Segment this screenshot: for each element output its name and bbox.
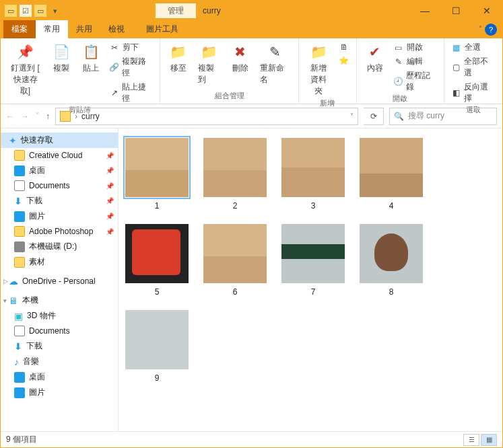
- disk-icon: [14, 241, 25, 252]
- file-thumbnail[interactable]: 8: [360, 224, 423, 297]
- sidebar-item[interactable]: ⬇下載: [1, 338, 118, 354]
- tab-picture-tools[interactable]: 圖片工具: [138, 20, 187, 38]
- address-bar[interactable]: › curry ˅: [55, 108, 358, 125]
- ribbon: 📌 釘選到 [ 快速存取] 📄 複製 📋 貼上 ✂剪下 🔗複製路徑 ↗貼上捷徑 …: [1, 38, 502, 104]
- file-name: 2: [233, 201, 238, 211]
- sidebar-item-label: 圖片: [29, 211, 45, 222]
- file-thumbnail[interactable]: 1: [125, 138, 189, 211]
- copy-to-button[interactable]: 📁複製到: [195, 41, 224, 87]
- move-to-button[interactable]: 📁移至: [166, 41, 191, 75]
- tab-home[interactable]: 常用: [36, 20, 68, 38]
- new-item-icon: 🗎: [339, 42, 349, 52]
- sidebar-item[interactable]: 圖片: [1, 385, 118, 400]
- copy-button[interactable]: 📄 複製: [48, 41, 74, 75]
- select-all-button[interactable]: ▦全選: [450, 41, 497, 54]
- file-name: 8: [389, 287, 394, 297]
- file-name: 5: [155, 287, 160, 297]
- search-icon: 🔍: [394, 112, 404, 121]
- edit-button[interactable]: ✎編輯: [392, 55, 438, 68]
- file-thumbnail[interactable]: 9: [125, 310, 189, 383]
- open-button[interactable]: ▭開啟: [392, 41, 438, 54]
- titlebar: ▭ ☑ ▭ ▾ 管理 curry — ☐ ✕: [1, 1, 502, 21]
- file-name: 9: [155, 373, 160, 383]
- invert-selection-button[interactable]: ◧反向選擇: [450, 81, 497, 105]
- maximize-button[interactable]: ☐: [440, 1, 471, 21]
- ribbon-collapse-icon[interactable]: ˄: [479, 25, 482, 32]
- expand-icon[interactable]: ▷: [3, 278, 8, 285]
- qat-dropdown-icon[interactable]: ▾: [49, 5, 61, 17]
- sidebar-item[interactable]: Documents📌: [1, 178, 118, 193]
- file-thumbnail[interactable]: 4: [360, 138, 423, 211]
- download-icon: ⬇: [14, 341, 22, 352]
- sidebar-item[interactable]: Adobe Photoshop📌: [1, 224, 118, 239]
- copy-path-button[interactable]: 🔗複製路徑: [108, 55, 154, 79]
- window-title: curry: [203, 6, 221, 15]
- forward-button[interactable]: →: [21, 112, 29, 121]
- search-box[interactable]: 🔍 搜尋 curry: [389, 108, 497, 125]
- folder-icon[interactable]: ▭: [5, 5, 17, 17]
- easy-access-button[interactable]: ⭐: [337, 54, 351, 67]
- copy-label: 複製: [53, 63, 69, 74]
- open-icon: ▭: [393, 42, 404, 53]
- sidebar-item[interactable]: 本機磁碟 (D:): [1, 239, 118, 254]
- folder-small-icon[interactable]: ▭: [34, 5, 46, 17]
- sidebar-item[interactable]: Creative Cloud📌: [1, 148, 118, 163]
- rename-button[interactable]: ✎重新命名: [257, 41, 293, 87]
- sidebar-this-pc[interactable]: ▾🖥本機: [1, 293, 118, 308]
- search-placeholder: 搜尋 curry: [408, 110, 444, 122]
- new-folder-button[interactable]: 📁新增 資料夾: [304, 41, 333, 98]
- delete-button[interactable]: ✖刪除: [228, 41, 253, 75]
- file-name: 6: [233, 287, 238, 297]
- file-thumbnail[interactable]: 7: [281, 224, 345, 297]
- details-view-button[interactable]: ☰: [463, 434, 479, 446]
- sidebar-quick-access[interactable]: ✦快速存取: [1, 133, 118, 148]
- sidebar-item[interactable]: ▣3D 物件: [1, 308, 118, 324]
- properties-button[interactable]: ✔內容: [362, 41, 388, 75]
- up-button[interactable]: ↑: [46, 112, 50, 121]
- paste-button[interactable]: 📋 貼上: [78, 41, 104, 75]
- file-thumbnail[interactable]: 2: [203, 138, 267, 211]
- sidebar-item[interactable]: ♪音樂: [1, 354, 118, 369]
- cloud-icon: ☁: [9, 276, 18, 287]
- back-button[interactable]: ←: [6, 112, 14, 121]
- path-icon: 🔗: [109, 62, 119, 73]
- sidebar-onedrive[interactable]: ▷☁OneDrive - Personal: [1, 274, 118, 289]
- sidebar-item[interactable]: Documents: [1, 324, 118, 338]
- select-none-icon: ▢: [451, 62, 462, 73]
- sidebar-item-label: 桌面: [29, 165, 45, 176]
- new-item-button[interactable]: 🗎: [337, 41, 351, 53]
- address-dropdown-icon[interactable]: ˅: [350, 112, 354, 120]
- history-button[interactable]: 🕘歷程記錄: [392, 69, 438, 94]
- tab-view[interactable]: 檢視: [100, 20, 133, 38]
- close-button[interactable]: ✕: [471, 1, 502, 21]
- sidebar-item-label: 3D 物件: [27, 310, 56, 322]
- expand-icon[interactable]: ▾: [3, 297, 7, 304]
- sidebar-item[interactable]: 素材: [1, 254, 118, 270]
- pin-icon: 📌: [106, 182, 114, 190]
- star-icon: ✦: [9, 135, 17, 146]
- file-grid[interactable]: 123456789: [119, 128, 502, 431]
- thumbnail-image: [203, 224, 267, 283]
- sidebar-item[interactable]: 桌面: [1, 369, 118, 385]
- pin-to-quick-access-button[interactable]: 📌 釘選到 [ 快速存取]: [6, 41, 44, 98]
- file-thumbnail[interactable]: 3: [281, 138, 345, 211]
- pin-icon: 📌: [16, 42, 35, 61]
- help-icon[interactable]: ?: [485, 24, 497, 36]
- thumbnails-view-button[interactable]: ▦: [481, 434, 497, 446]
- minimize-button[interactable]: —: [409, 1, 440, 21]
- paste-shortcut-button[interactable]: ↗貼上捷徑: [108, 81, 154, 105]
- file-thumbnail[interactable]: 6: [203, 224, 267, 297]
- tab-file[interactable]: 檔案: [3, 20, 36, 38]
- sidebar-item[interactable]: 桌面📌: [1, 163, 118, 178]
- sidebar-item-label: 下載: [26, 195, 42, 207]
- file-thumbnail[interactable]: 5: [125, 224, 189, 297]
- sidebar-item[interactable]: 圖片📌: [1, 209, 118, 224]
- select-none-button[interactable]: ▢全部不選: [450, 55, 497, 79]
- refresh-button[interactable]: ⟳: [364, 108, 384, 125]
- sidebar-item[interactable]: ⬇下載📌: [1, 193, 118, 209]
- body: ✦快速存取 Creative Cloud📌桌面📌Documents📌⬇下載📌圖片…: [1, 128, 502, 431]
- cut-button[interactable]: ✂剪下: [108, 41, 154, 54]
- checkbox-icon[interactable]: ☑: [20, 5, 32, 17]
- recent-dropdown[interactable]: ˅: [36, 112, 39, 121]
- tab-share[interactable]: 共用: [68, 20, 100, 38]
